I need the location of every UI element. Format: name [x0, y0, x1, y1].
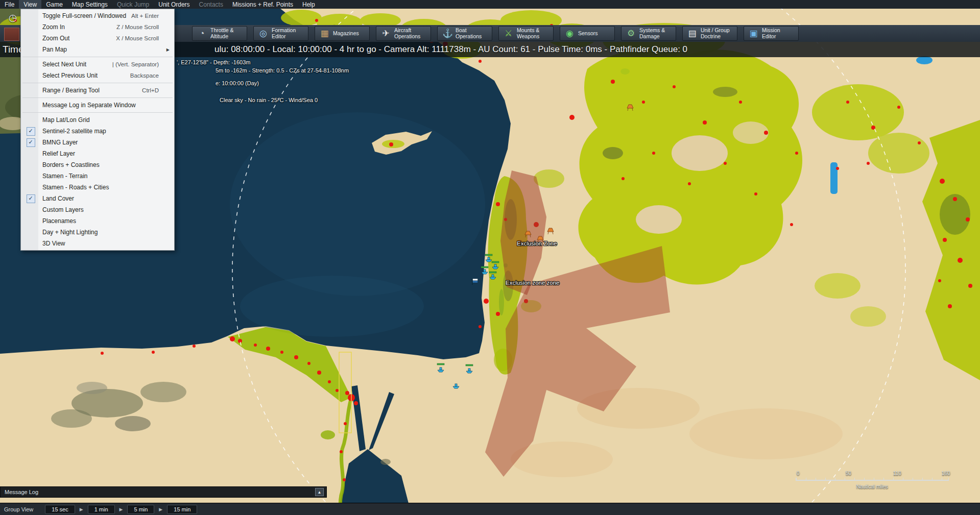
lake: [916, 56, 933, 64]
check-slot: [24, 34, 37, 42]
check-slot: [24, 116, 37, 124]
toolbar-button-label: Boat Operations: [456, 28, 487, 40]
landcover-hole: [636, 205, 682, 234]
landcover-patch: [713, 87, 737, 97]
check-slot: [24, 86, 37, 94]
toolbar-button-label: Unit / Group Doctrine: [701, 28, 732, 40]
menu-separator: [22, 112, 173, 113]
menu-view[interactable]: View: [19, 0, 41, 9]
sensor-icon: ◉: [565, 29, 575, 38]
menu-item-custom-layers[interactable]: Custom Layers: [21, 204, 174, 215]
landcover-patch: [603, 147, 623, 159]
menu-item-3d-view[interactable]: 3D View: [21, 238, 174, 249]
checkmark-icon: [24, 127, 37, 135]
menu-item-stamen-terrain[interactable]: Stamen - Terrain: [21, 170, 174, 182]
menu-item-sentinel2-map[interactable]: Sentinel-2 satellite map: [21, 126, 174, 137]
menu-item-relief-layer[interactable]: Relief Layer: [21, 148, 174, 159]
toolbar-aircraft-operations[interactable]: ✈ Aircraft Operations: [376, 26, 431, 41]
sea-shade: [230, 112, 485, 296]
toolbar-button-label: Formation Editor: [272, 28, 303, 40]
menu-item-stamen-roads-cities[interactable]: Stamen - Roads + Cities: [21, 182, 174, 193]
time-step-15sec-button[interactable]: 15 sec: [45, 505, 75, 514]
check-slot: [24, 217, 37, 225]
menu-bar: File View Game Map Settings Quick Jump U…: [0, 0, 980, 9]
menu-separator: [22, 83, 173, 83]
toolbar-throttle-altitude[interactable]: ◔ Throttle & Altitude: [192, 26, 247, 41]
landcover-hole: [733, 121, 769, 144]
gear-icon: ⚙: [626, 29, 636, 38]
weapons-icon: ⚔: [504, 29, 513, 38]
menu-unit-orders[interactable]: Unit Orders: [154, 0, 194, 9]
menu-item-bmng-layer[interactable]: BMNG Layer: [21, 137, 174, 148]
toolbar-formation-editor[interactable]: ◎ Formation Editor: [253, 26, 308, 41]
check-slot: [24, 101, 37, 109]
menu-separator: [22, 97, 173, 98]
scale-tick: 50: [846, 471, 851, 476]
message-log-title: Message Log: [5, 487, 38, 497]
menu-map-settings[interactable]: Map Settings: [67, 0, 112, 9]
menu-file[interactable]: File: [0, 0, 19, 9]
menu-item-range-bearing-tool[interactable]: Range / Bearing Tool Ctrl+D: [21, 85, 174, 96]
faiyum-oasis: [321, 430, 335, 439]
view-menu-dropdown: Toggle Full-screen / Windowed Alt + Ente…: [20, 9, 175, 251]
message-log-bar[interactable]: Message Log ▲: [0, 486, 327, 498]
menu-item-placenames[interactable]: Placenames: [21, 215, 174, 227]
side-panel-icon[interactable]: [4, 28, 19, 41]
toolbar-sensors[interactable]: ◉ Sensors: [560, 26, 615, 41]
anchor-icon: ⚓: [442, 29, 452, 38]
step-arrow-icon: ▶: [80, 507, 83, 512]
landcover-patch: [868, 133, 929, 174]
group-view-label: Group View: [4, 506, 33, 512]
time-step-15min-button[interactable]: 15 min: [167, 505, 197, 514]
step-arrow-icon: ▶: [119, 507, 123, 512]
toolbar-systems-damage[interactable]: ⚙ Systems & Damage: [621, 26, 676, 41]
formation-icon: ◎: [258, 29, 268, 38]
scale-unit-label: Nautical miles: [796, 484, 949, 489]
toolbar-mission-editor[interactable]: ▣ Mission Editor: [744, 26, 799, 41]
scale-tick: 160: [942, 471, 950, 476]
toolbar-button-label: Aircraft Operations: [394, 28, 426, 40]
check-slot: [24, 45, 37, 54]
menu-item-zoom-in[interactable]: Zoom In Z / Mouse Scroll: [21, 21, 174, 33]
local-time-readout: e: 10:00:00 (Day): [216, 80, 259, 86]
toolbar-button-label: Mounts & Weapons: [517, 28, 548, 40]
menu-item-map-latlon-grid[interactable]: Map Lat/Lon Grid: [21, 114, 174, 126]
cursor-position-readout: ', E27-12'58" - Depth: -1603m: [177, 59, 250, 65]
menu-item-day-night-lighting[interactable]: Day + Night Lighting: [21, 227, 174, 238]
popout-arrow-button[interactable]: ▲: [315, 488, 324, 496]
menu-item-select-next-unit[interactable]: Select Next Unit | (Vert. Separator): [21, 59, 174, 70]
check-slot: [24, 161, 37, 169]
landcover-patch: [815, 273, 861, 299]
check-slot: [24, 172, 37, 180]
menu-game[interactable]: Game: [41, 0, 67, 9]
menu-item-select-previous-unit[interactable]: Select Previous Unit Backspace: [21, 70, 174, 81]
time-step-5min-button[interactable]: 5 min: [127, 505, 154, 514]
menu-missions-ref-points[interactable]: Missions + Ref. Points: [228, 0, 298, 9]
toolbar-button-label: Throttle & Altitude: [210, 28, 242, 40]
time-compression-bar: Group View 15 sec ▶ 1 min ▶ 5 min ▶ 15 m…: [0, 503, 980, 515]
time-step-1min-button[interactable]: 1 min: [88, 505, 115, 514]
menu-help[interactable]: Help: [298, 0, 320, 9]
check-slot: [24, 183, 37, 191]
checkmark-icon: [24, 194, 37, 203]
clock-icon[interactable]: ◷: [7, 12, 18, 23]
toolbar-magazines[interactable]: ▦ Magazines: [315, 26, 370, 41]
check-slot: [24, 206, 37, 214]
scale-tick: 0: [797, 471, 800, 476]
menu-item-borders-coastlines[interactable]: Borders + Coastlines: [21, 159, 174, 170]
menu-item-zoom-out[interactable]: Zoom Out X / Mouse Scroll: [21, 33, 174, 44]
menu-item-toggle-fullscreen[interactable]: Toggle Full-screen / Windowed Alt + Ente…: [21, 10, 174, 21]
toolbar-boat-operations[interactable]: ⚓ Boat Operations: [437, 26, 492, 41]
toolbar-button-label: Mission Editor: [762, 28, 794, 40]
menu-item-land-cover[interactable]: Land Cover: [21, 193, 174, 204]
check-slot: [24, 60, 37, 68]
gauge-icon: ◔: [197, 29, 207, 38]
simulation-status-text: ulu: 08:00:00 - Local: 10:00:00 - 4 hr t…: [214, 42, 687, 57]
weather-readout: Clear sky - No rain - 25°C - Wind/Sea 0: [220, 97, 318, 103]
menu-item-pan-map[interactable]: Pan Map: [21, 44, 174, 55]
menu-item-message-log-window[interactable]: Message Log in Separate Window: [21, 100, 174, 111]
exclusion-zone-label: Exclusion zone zone: [506, 280, 559, 286]
toolbar-unit-group-doctrine[interactable]: ▤ Unit / Group Doctrine: [682, 26, 737, 41]
toolbar-mounts-weapons[interactable]: ⚔ Mounts & Weapons: [498, 26, 554, 41]
map-scale-bar: 0 50 110 160 Nautical miles: [796, 471, 951, 494]
